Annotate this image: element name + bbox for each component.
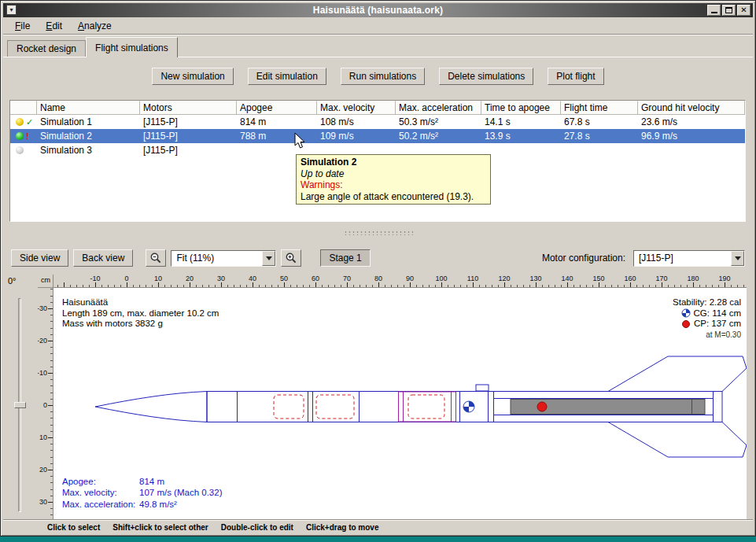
vertical-ruler: -30-20-100102030 <box>38 288 53 519</box>
zoom-in-button[interactable] <box>281 249 301 267</box>
mouse-cursor <box>294 132 305 149</box>
rocket-mass: Mass with motors 3832 g <box>62 319 219 330</box>
max-velocity-label: Max. velocity: <box>62 487 139 499</box>
zoom-in-icon <box>285 252 297 264</box>
col-time-to-apogee[interactable]: Time to apogee <box>481 101 561 115</box>
max-velocity-value: 107 m/s (Mach 0.32) <box>139 488 222 497</box>
nose-cone <box>95 392 207 422</box>
cp-icon <box>681 319 691 329</box>
cell-name: Simulation 2 <box>37 129 140 143</box>
launch-lug <box>476 385 489 391</box>
motor-configuration-select[interactable]: [J115-P] <box>633 250 745 267</box>
table-row[interactable]: ✓ Simulation 1 [J115-P] 814 m 108 m/s 50… <box>10 115 745 129</box>
cell-time-to-apogee: 13.9 s <box>481 129 561 143</box>
cell-flight-time: 27.8 s <box>561 129 638 143</box>
splitter-grip-icon <box>344 230 413 235</box>
delete-simulations-button[interactable]: Delete simulations <box>439 68 533 85</box>
back-view-button[interactable]: Back view <box>73 249 133 267</box>
rocket-diagram-area: 0° cm -100102030405060708090100110120130… <box>3 273 753 520</box>
cell-max-acceleration: 50.3 m/s² <box>396 115 481 129</box>
cell-time-to-apogee: 14.1 s <box>481 115 561 129</box>
minimize-button[interactable] <box>707 5 721 16</box>
coupler-section <box>399 392 456 422</box>
rotation-slider[interactable] <box>18 298 21 512</box>
uptodate-check-icon: ✓ <box>26 118 33 127</box>
tabbar: Rocket design Flight simulations <box>3 35 753 57</box>
close-icon: ✕ <box>740 6 747 14</box>
zoom-select[interactable]: Fit (11%) <box>171 250 276 267</box>
motor-configuration-label: Motor configuration: <box>542 253 625 264</box>
maximize-button[interactable] <box>722 5 736 16</box>
col-max-velocity[interactable]: Max. velocity <box>317 101 396 115</box>
col-status[interactable] <box>10 101 37 115</box>
fin-upper <box>608 356 747 392</box>
menu-edit[interactable]: Edit <box>40 19 68 33</box>
col-flight-time[interactable]: Flight time <box>561 101 638 115</box>
mach-condition: at M=0.30 <box>706 330 741 341</box>
col-motors[interactable]: Motors <box>140 101 237 115</box>
simulation-actions: New simulation Edit simulation Run simul… <box>3 57 753 85</box>
side-view-button[interactable]: Side view <box>11 249 68 267</box>
cg-icon <box>681 308 691 318</box>
cell-name: Simulation 3 <box>37 143 140 157</box>
cell-apogee: 814 m <box>237 115 317 129</box>
window-title: Haisunäätä (haisunaata.ork) <box>3 5 753 16</box>
plot-flight-button[interactable]: Plot flight <box>548 68 603 85</box>
close-button[interactable]: ✕ <box>737 5 750 16</box>
table-row[interactable]: ! Simulation 2 [J115-P] 788 m 109 m/s 50… <box>10 129 745 143</box>
apogee-label: Apogee: <box>62 476 139 488</box>
hint-bar: Click to select Shift+click to select ot… <box>3 520 753 533</box>
run-simulations-button[interactable]: Run simulations <box>341 68 425 85</box>
recovery-component <box>274 395 304 418</box>
zoom-out-icon <box>149 252 162 264</box>
table-header-row: Name Motors Apogee Max. velocity Max. ac… <box>10 101 745 115</box>
recovery-component <box>408 395 444 418</box>
col-name[interactable]: Name <box>37 101 140 115</box>
rocket-name: Haisunäätä <box>62 297 219 308</box>
recovery-component <box>316 395 354 418</box>
menu-file[interactable]: File <box>9 19 35 33</box>
status-not-simulated-icon <box>16 146 24 154</box>
simulation-status: ✓ <box>10 115 37 129</box>
window-icon[interactable]: ▾ <box>6 5 17 15</box>
motor-configuration-value: [J115-P] <box>634 253 731 264</box>
rotation-value: 0° <box>8 276 17 286</box>
tab-rocket-design[interactable]: Rocket design <box>7 40 86 57</box>
rocket-info: Haisunäätä Length 189 cm, max. diameter … <box>62 297 219 330</box>
rotation-slider-thumb[interactable] <box>14 402 26 408</box>
desktop-edge <box>0 536 756 542</box>
zoom-out-button[interactable] <box>146 249 166 267</box>
col-max-acceleration[interactable]: Max. acceleration <box>396 101 481 115</box>
cell-motors: [J115-P] <box>140 115 237 129</box>
screen: ▾ Haisunäätä (haisunaata.ork) ✕ File Edi… <box>0 0 756 542</box>
warning-exclamation-icon: ! <box>26 132 29 141</box>
stage-1-toggle[interactable]: Stage 1 <box>320 249 370 267</box>
rocket-canvas[interactable]: Haisunäätä Length 189 cm, max. diameter … <box>53 288 747 519</box>
new-simulation-button[interactable]: New simulation <box>152 68 233 85</box>
col-apogee[interactable]: Apogee <box>237 101 317 115</box>
view-toolbar: Side view Back view Fit (11%) Stage 1 Mo… <box>3 245 753 271</box>
chevron-down-icon <box>266 256 272 260</box>
cell-motors: [J115-P] <box>140 129 237 143</box>
chevron-down-icon <box>735 256 741 260</box>
fin-lower <box>608 422 747 458</box>
cell-motors: [J115-P] <box>140 143 237 157</box>
menu-analyze[interactable]: Analyze <box>72 19 117 33</box>
titlebar[interactable]: ▾ Haisunäätä (haisunaata.ork) ✕ <box>3 3 753 17</box>
menubar: File Edit Analyze <box>3 17 753 35</box>
tooltip-warnings-label: Warnings: <box>301 179 486 191</box>
col-ground-hit-velocity[interactable]: Ground hit velocity <box>638 101 745 115</box>
tab-flight-simulations[interactable]: Flight simulations <box>86 37 178 57</box>
cell-max-velocity: 108 m/s <box>317 115 396 129</box>
zoom-value: Fit (11%) <box>171 253 262 264</box>
cell-ground-hit-velocity: 23.6 m/s <box>638 115 745 129</box>
apogee-value: 814 m <box>139 477 164 486</box>
hint: Shift+click to select other <box>112 523 208 532</box>
maximize-icon <box>725 7 732 13</box>
edit-simulation-button[interactable]: Edit simulation <box>248 68 326 85</box>
cell-flight-time: 67.8 s <box>561 115 638 129</box>
cg-value: CG: 114 cm <box>694 308 742 319</box>
ruler-unit: cm <box>38 275 53 288</box>
split-pane-divider[interactable] <box>3 224 753 245</box>
status-uptodate-icon <box>16 132 24 140</box>
